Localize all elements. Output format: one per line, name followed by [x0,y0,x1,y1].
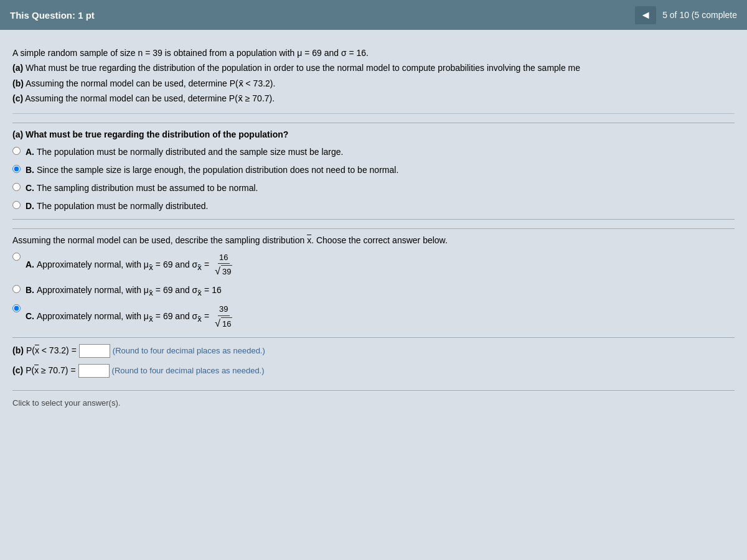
option-a3-label: C. The sampling distribution must be ass… [26,182,258,195]
part-b-label-header: (b) [12,78,24,88]
part-c-text: Assuming the normal model can be used, d… [25,93,275,103]
sampling-option-b-label: B. Approximately normal, with μx̄ = 69 a… [26,284,222,298]
option-a2-letter: B. [26,165,37,175]
part-a-question: (a) What must be true regarding the dist… [12,129,735,139]
option-a4-text: The population must be normally distribu… [37,201,208,211]
main-content: A simple random sample of size n = 39 is… [0,30,747,560]
sampling-c-letter: C. [26,311,37,321]
back-arrow-button[interactable]: ◄ [635,6,656,24]
part-c-prefix: P(x ≥ 70.7) = [26,365,75,375]
part-a-text: What must be true regarding the distribu… [26,63,580,73]
divider-1 [12,123,735,123]
problem-part-c-line: (c) Assuming the normal model can be use… [12,91,735,105]
question-label: This Question: 1 pt [10,10,95,21]
part-c-section: (c) P(x ≥ 70.7) = (Round to four decimal… [12,364,735,378]
sampling-option-a-label: A. Approximately normal, with μx̄ = 69 a… [26,251,235,279]
sampling-option-b[interactable]: B. Approximately normal, with μx̄ = 69 a… [12,284,735,298]
radio-sampling-a[interactable] [12,253,21,261]
sampling-option-a[interactable]: A. Approximately normal, with μx̄ = 69 a… [12,251,735,279]
bottom-note-text: Click to select your answer(s). [12,398,120,408]
sampling-c-text: Approximately normal, with μx̄ = 69 and … [37,311,236,321]
part-a-label: (a) [12,63,23,73]
radio-sampling-b[interactable] [12,285,21,293]
part-b-text: Assuming the normal model can be used, d… [26,78,275,88]
problem-part-b-line: (b) Assuming the normal model can be use… [12,77,735,90]
radio-a4[interactable] [12,201,21,209]
option-a3-letter: C. [26,183,37,193]
sampling-dist-title: Assuming the normal model can be used, d… [12,235,735,245]
part-c-input[interactable] [78,364,110,378]
option-a4-label: D. The population must be normally distr… [26,200,208,213]
sampling-a-letter: A. [26,259,37,269]
progress-area: ◄ 5 of 10 (5 complete [635,6,737,24]
problem-statement: A simple random sample of size n = 39 is… [12,40,735,114]
option-a3[interactable]: C. The sampling distribution must be ass… [12,182,735,195]
part-b-note: (Round to four decimal places as needed.… [113,346,265,355]
sampling-option-c-label: C. Approximately normal, with μx̄ = 69 a… [26,303,235,331]
top-bar: This Question: 1 pt ◄ 5 of 10 (5 complet… [0,0,747,30]
option-a2[interactable]: B. Since the sample size is large enough… [12,164,735,177]
sampling-option-c[interactable]: C. Approximately normal, with μx̄ = 69 a… [12,303,735,331]
radio-a2[interactable] [12,165,21,173]
divider-3 [12,337,735,338]
radio-sampling-c[interactable] [12,304,21,312]
option-a1-text: The population must be normally distribu… [37,147,344,157]
option-a4[interactable]: D. The population must be normally distr… [12,200,735,213]
progress-text: 5 of 10 (5 complete [662,10,737,20]
option-a2-label: B. Since the sample size is large enough… [26,164,398,177]
part-c-label-header: (c) [12,93,23,103]
sampling-b-text: Approximately normal, with μx̄ = 69 and … [37,285,222,295]
option-a2-text: Since the sample size is large enough, t… [37,165,398,175]
radio-a1[interactable] [12,147,21,155]
part-c-note: (Round to four decimal places as needed.… [112,366,265,375]
part-b-section: (b) P(x < 73.2) = (Round to four decimal… [12,344,735,358]
problem-intro: A simple random sample of size n = 39 is… [12,46,735,60]
part-b-prefix: P(x < 73.2) = [26,345,77,355]
part-b-line: (b) P(x < 73.2) = (Round to four decimal… [12,344,735,358]
sampling-a-text: Approximately normal, with μx̄ = 69 and … [37,259,236,269]
radio-a3[interactable] [12,183,21,191]
option-a1-letter: A. [26,147,37,157]
sampling-distribution-section: Assuming the normal model can be used, d… [12,228,735,331]
sampling-b-letter: B. [26,285,37,295]
part-c-line: (c) P(x ≥ 70.7) = (Round to four decimal… [12,364,735,378]
part-b-label: (b) [12,345,24,355]
option-a4-letter: D. [26,201,37,211]
part-b-input[interactable] [79,344,110,358]
option-a1-label: A. The population must be normally distr… [26,146,344,159]
problem-part-a-line: (a) What must be true regarding the dist… [12,61,735,75]
part-c-label: (c) [12,365,23,375]
bottom-note-area: Click to select your answer(s). [12,390,735,408]
radio-group-a: A. The population must be normally distr… [12,146,735,213]
divider-2 [12,219,735,220]
option-a1[interactable]: A. The population must be normally distr… [12,146,735,159]
option-a3-text: The sampling distribution must be assume… [37,183,258,193]
